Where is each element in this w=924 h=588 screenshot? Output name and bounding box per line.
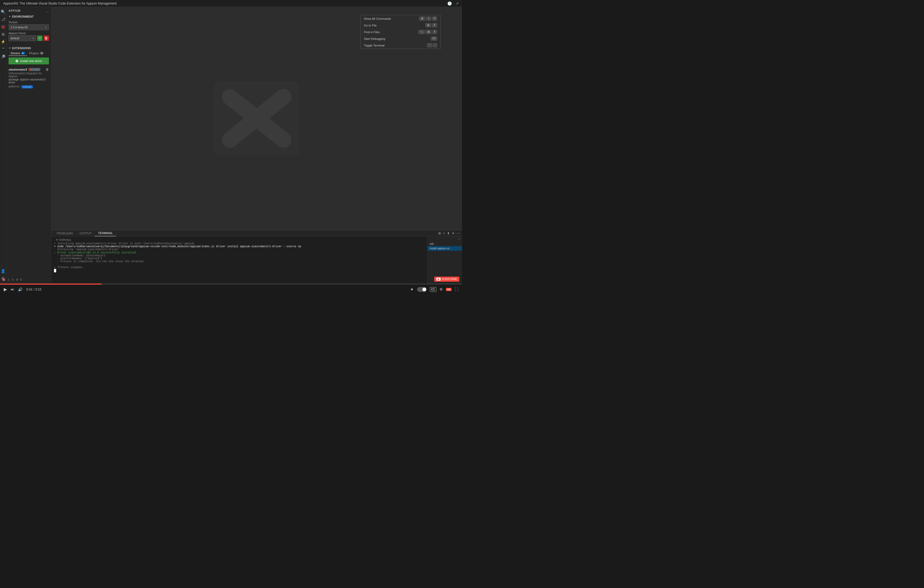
sidebar-menu-dots[interactable]: ... (46, 8, 49, 13)
drivers-tab-label: Drivers (11, 51, 20, 55)
bullet-icon-2: • (54, 266, 56, 269)
plugins-tab[interactable]: Plugins 0 (27, 51, 46, 56)
fullscreen-button[interactable]: ⛶ (455, 287, 458, 292)
terminal-line-8 (54, 263, 424, 266)
bottom-left-status: 🔇 ⚠ 0 ⚙ 0 (0, 278, 24, 282)
terminal-cursor-block (54, 269, 56, 272)
cmd-start-debugging[interactable]: Start Debugging F5 (361, 35, 441, 42)
video-title: AppiumKit: The Ultimate Visual Studio Co… (3, 2, 117, 5)
appium-home-row: default ▼ + 🗑 (8, 35, 49, 41)
terminal-line-1-text: Installing appium-uiautomator2-driver dr… (58, 242, 194, 245)
terminal-cursor (54, 269, 424, 273)
terminal-list-item-zsh[interactable]: zsh (427, 242, 462, 246)
cmd-start-debugging-label: Start Debugging (364, 37, 385, 40)
terminal-body: ▼ TERMINAL • Installing appium-uiautomat… (51, 237, 462, 283)
drivers-badge: 1 (21, 52, 25, 54)
terminal-maximize-icon[interactable]: ⬆ (447, 231, 450, 235)
cmd-show-all-label: Show All Commands (364, 17, 391, 20)
volume-button[interactable]: 🔊 (18, 287, 23, 292)
key-p2: P (432, 23, 437, 27)
drivers-tab[interactable]: Drivers 1 (8, 51, 27, 56)
player-controls: ▶ ⏭ 🔊 0:41 / 3:15 ▼ CC ⚙ HD ⛶ (0, 285, 462, 294)
appium-home-delete-button[interactable]: 🗑 (44, 36, 49, 41)
terminal-split-icon[interactable]: ⊞ (438, 231, 441, 235)
warning-icon-1: ⚠ (8, 278, 10, 281)
cmd-toggle-terminal[interactable]: Toggle Terminal ⌃ ` (361, 42, 441, 49)
version-chevron-icon: ▼ (45, 26, 47, 29)
player-right-controls: ▼ CC ⚙ HD ⛶ (410, 287, 458, 292)
terminal-line-5: - automationName: UiAutomator2 (54, 254, 424, 257)
key-cmd3: ⌘ (426, 30, 432, 34)
environment-section-header[interactable]: ▼ ENVIRONMENT (7, 14, 51, 19)
driver-name-version: uiautomator2 2.14.0 (8, 68, 40, 71)
subtitles-button[interactable]: ▼ (410, 287, 414, 292)
terminal-tab-label: TERMINAL (98, 231, 113, 235)
command-palette: Show All Commands ⌘ ⇧ P Go to File ⌘ P F (360, 15, 441, 49)
terminal-list-header: + (427, 237, 462, 242)
driver-delete-button[interactable]: 🗑 (46, 68, 49, 71)
driver-version-badge: 2.14.0 (29, 68, 40, 71)
terminal-list-item-install[interactable]: Install appium-ui... (427, 246, 462, 251)
settings-icon[interactable]: ⚙ (16, 278, 18, 281)
activity-icon-debug[interactable]: 🐞 (0, 24, 6, 30)
driver-version-dot-icon (30, 69, 31, 70)
mute-icon[interactable]: 🔇 (2, 278, 5, 281)
terminal-add-icon[interactable]: + (443, 231, 445, 235)
youtube-logo-icon (436, 278, 441, 281)
appium-label: APPIUM (8, 9, 21, 12)
autoplay-toggle[interactable] (417, 287, 427, 292)
install-new-driver-button[interactable]: ⊕ Install new driver (8, 58, 49, 64)
appium-home-dropdown[interactable]: default ▼ (8, 35, 36, 41)
terminal-line-9: • Process stopped.. (54, 266, 424, 269)
terminal-output[interactable]: ▼ TERMINAL • Installing appium-uiautomat… (51, 237, 427, 283)
youtube-subscribe-button[interactable]: SUBSCRIBE (434, 277, 459, 282)
cmd-show-all-commands[interactable]: Show All Commands ⌘ ⇧ P (361, 15, 441, 22)
appium-home-chevron-icon: ▼ (32, 37, 34, 40)
activity-icon-git[interactable]: ⎇ (0, 16, 6, 22)
play-button[interactable]: ▶ (4, 287, 7, 292)
key-p: P (432, 16, 437, 21)
terminal-line-2: > node /Users/sudharsanselvaraj/Document… (54, 245, 424, 248)
terminal-section-label: TERMINAL (59, 239, 72, 242)
terminal-close-icon[interactable]: ✕ (452, 231, 454, 235)
cmd-go-to-file[interactable]: Go to File ⌘ P (361, 22, 441, 29)
terminal-tab[interactable]: TERMINAL (95, 230, 116, 236)
main-layout: 🔍 ⎇ 🐞 ⊞ ⚡ 📱 🔎 👤 ⚙ APPIUM ... ▼ ENVIRONME… (0, 7, 462, 283)
watch-later-icon[interactable]: 🕐 (447, 1, 452, 6)
version-dropdown[interactable]: 2.0.0-beta.55 ▼ (8, 24, 49, 30)
extensions-section: ▼ EXTENSIONS Drivers 1 Plugins 0 ⊕ Insta… (7, 45, 51, 89)
terminal-line-4: ✓ Driver uiautomator2@2.14.0 successfull… (54, 251, 424, 254)
activity-icon-mobile[interactable]: 📱 (0, 46, 6, 52)
terminal-line-6-text: - platformNames: ["Android"] (54, 257, 102, 260)
cmd-find-in-files[interactable]: Find in Files ⌥ ⌘ F (361, 29, 441, 35)
terminal-dots-icon[interactable]: ⋯ (457, 231, 460, 235)
extensions-section-header[interactable]: ▼ EXTENSIONS (7, 45, 51, 51)
activity-icon-extensions[interactable]: ⊞ (0, 31, 6, 37)
video-progress-fill (0, 283, 102, 285)
terminal-sidebar-list: + zsh Install appium-ui... (427, 237, 462, 283)
activity-icon-person[interactable]: 👤 (0, 268, 6, 274)
appium-home-add-button[interactable]: + (37, 36, 43, 41)
output-tab-label: OUTPUT (79, 232, 91, 235)
youtube-play-icon (438, 278, 439, 280)
key-shift: ⇧ (426, 16, 431, 21)
problems-tab[interactable]: PROBLEMS (53, 230, 76, 236)
next-button[interactable]: ⏭ (11, 287, 14, 292)
share-icon[interactable]: ↗ (455, 1, 459, 6)
warning-count-1: 0 (12, 278, 14, 281)
activity-icon-search[interactable]: 🔍 (0, 9, 6, 15)
activity-icon-appium[interactable]: ⚡ (0, 39, 6, 44)
bullet-icon-1: • (54, 242, 56, 245)
quality-badge[interactable]: HD (446, 288, 452, 291)
video-progress-bar[interactable] (0, 283, 462, 285)
install-label: Install appium-ui... (430, 247, 451, 250)
appium-home-label: Appium Home: (8, 32, 49, 35)
output-tab[interactable]: OUTPUT (76, 230, 95, 236)
terminal-line-3-text: Installing 'appium-uiautomator2-driver' (54, 248, 120, 251)
terminal-list-add-icon[interactable]: + (458, 237, 460, 240)
player-settings-button[interactable]: ⚙ (439, 287, 443, 292)
environment-content: Version: 2.0.0-beta.55 ▼ Appium Home: de… (7, 21, 51, 43)
captions-button[interactable]: CC (430, 287, 436, 292)
activity-icon-inspect[interactable]: 🔎 (0, 54, 6, 59)
terminal-line-2-text: > node /Users/sudharsanselvaraj/Document… (54, 245, 301, 248)
